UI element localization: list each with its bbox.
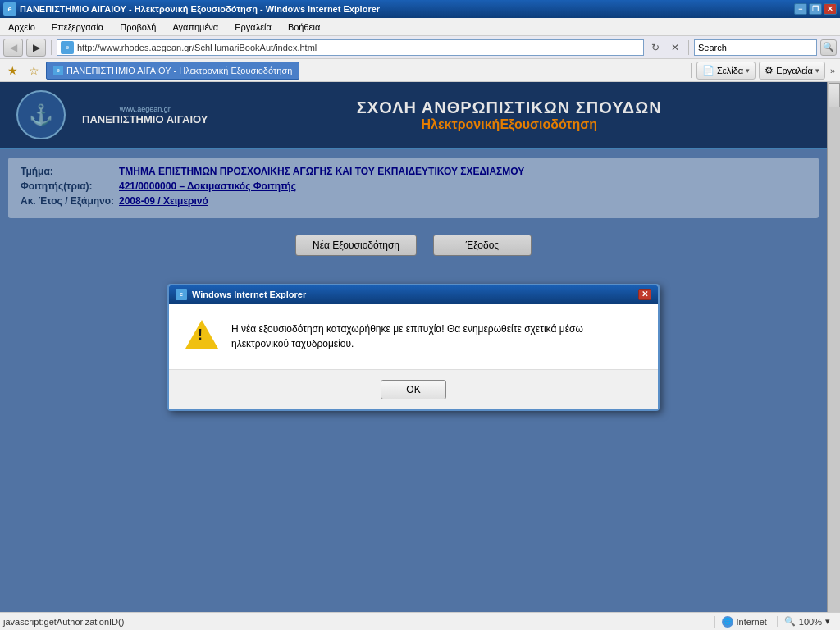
dialog-body: Η νέα εξουσιοδότηση καταχωρήθηκε με επιτ… xyxy=(169,304,658,369)
tools-expand-icon: ▾ xyxy=(815,66,819,75)
favorites-button[interactable]: ☆ xyxy=(25,62,43,80)
menu-file[interactable]: Αρχείο xyxy=(3,21,40,34)
menu-bar: Αρχείο Επεξεργασία Προβολή Αγαπημένα Εργ… xyxy=(0,18,840,36)
page-content: ⚓ www.aegean.gr ΠΑΝΕΠΙΣΤΗΜΙΟ ΑΙΓΑΙΟΥ ΣΧΟ… xyxy=(0,82,827,612)
favorites-link[interactable]: e ΠΑΝΕΠΙΣΤΗΜΙΟ ΑΙΓΑΙΟΥ - Ηλεκτρονική Εξο… xyxy=(46,62,299,80)
menu-view[interactable]: Προβολή xyxy=(115,21,161,34)
tools-btn-label: Εργαλεία xyxy=(776,66,813,75)
close-button[interactable]: ✕ xyxy=(824,3,837,15)
alert-dialog: e Windows Internet Explorer ✕ Η νέα εξου… xyxy=(167,284,660,411)
nav-divider xyxy=(51,40,52,55)
add-favorites-button[interactable]: ★ xyxy=(3,62,21,80)
window-controls: − ❐ ✕ xyxy=(794,3,837,15)
window-title: ΠΑΝΕΠΙΣΤΗΜΙΟ ΑΙΓΑΙΟΥ - Ηλεκτρονική Εξουσ… xyxy=(20,4,794,14)
scrollbar[interactable] xyxy=(827,82,840,612)
dialog-overlay: e Windows Internet Explorer ✕ Η νέα εξου… xyxy=(0,82,827,612)
addr-divider xyxy=(688,40,689,55)
dialog-title: Windows Internet Explorer xyxy=(192,290,638,299)
url-display: http://www.rhodes.aegean.gr/SchHumariBoo… xyxy=(77,43,317,52)
address-input-container[interactable]: e http://www.rhodes.aegean.gr/SchHumariB… xyxy=(57,39,644,56)
more-button[interactable]: » xyxy=(829,64,837,77)
dialog-close-button[interactable]: ✕ xyxy=(638,289,651,300)
fav-link-icon: e xyxy=(53,66,63,75)
page-icon: e xyxy=(61,41,74,54)
browser-icon: e xyxy=(3,2,16,16)
page-button[interactable]: 📄 Σελίδα ▾ xyxy=(696,62,756,80)
status-bar: javascript:getAuthorizationID() 🌐 Intern… xyxy=(0,612,840,630)
warning-triangle xyxy=(185,320,218,349)
zone-icon: 🌐 xyxy=(722,616,733,628)
scroll-thumb[interactable] xyxy=(829,83,840,107)
back-button[interactable]: ◀ xyxy=(3,39,23,57)
restore-button[interactable]: ❐ xyxy=(809,3,822,15)
forward-button[interactable]: ▶ xyxy=(26,39,46,57)
refresh-button[interactable]: ↻ xyxy=(647,39,664,56)
security-zone: 🌐 Internet xyxy=(714,616,774,628)
favorites-bar: ★ ☆ e ΠΑΝΕΠΙΣΤΗΜΙΟ ΑΙΓΑΙΟΥ - Ηλεκτρονική… xyxy=(0,59,840,82)
page-expand-icon: ▾ xyxy=(746,66,750,75)
menu-edit[interactable]: Επεξεργασία xyxy=(47,21,108,34)
ok-button[interactable]: OK xyxy=(381,380,445,399)
zone-label: Internet xyxy=(737,617,767,627)
toolbar-divider xyxy=(691,63,692,78)
zoom-icon: 🔍 xyxy=(784,616,796,627)
address-bar: ◀ ▶ e http://www.rhodes.aegean.gr/SchHum… xyxy=(0,36,840,59)
zoom-expand-icon: ▾ xyxy=(825,616,830,627)
tools-icon: ⚙ xyxy=(765,65,774,76)
search-input[interactable] xyxy=(694,39,817,56)
dialog-titlebar: e Windows Internet Explorer ✕ xyxy=(169,285,658,304)
page-icon: 📄 xyxy=(702,65,714,76)
search-button[interactable]: 🔍 xyxy=(820,39,837,56)
menu-tools[interactable]: Εργαλεία xyxy=(230,21,276,34)
warning-icon xyxy=(185,320,218,353)
title-bar: e ΠΑΝΕΠΙΣΤΗΜΙΟ ΑΙΓΑΙΟΥ - Ηλεκτρονική Εξο… xyxy=(0,0,840,18)
dialog-icon: e xyxy=(176,289,187,300)
dialog-footer: OK xyxy=(169,369,658,409)
menu-help[interactable]: Βοήθεια xyxy=(283,21,325,34)
page-btn-label: Σελίδα xyxy=(717,66,743,75)
zoom-label: 100% xyxy=(799,617,822,627)
menu-favorites[interactable]: Αγαπημένα xyxy=(167,21,223,34)
stop-button[interactable]: ✕ xyxy=(667,39,683,56)
dialog-message: Η νέα εξουσιοδότηση καταχωρήθηκε με επιτ… xyxy=(231,322,641,351)
tools-button[interactable]: ⚙ Εργαλεία ▾ xyxy=(759,62,825,80)
minimize-button[interactable]: − xyxy=(794,3,807,15)
fav-link-label: ΠΑΝΕΠΙΣΤΗΜΙΟ ΑΙΓΑΙΟΥ - Ηλεκτρονική Εξουσ… xyxy=(66,66,292,75)
toolbar-right: 📄 Σελίδα ▾ ⚙ Εργαλεία ▾ » xyxy=(689,62,837,80)
browser-content: ⚓ www.aegean.gr ΠΑΝΕΠΙΣΤΗΜΙΟ ΑΙΓΑΙΟΥ ΣΧΟ… xyxy=(0,82,840,612)
status-text: javascript:getAuthorizationID() xyxy=(3,617,711,627)
zoom-control[interactable]: 🔍 100% ▾ xyxy=(777,616,837,627)
